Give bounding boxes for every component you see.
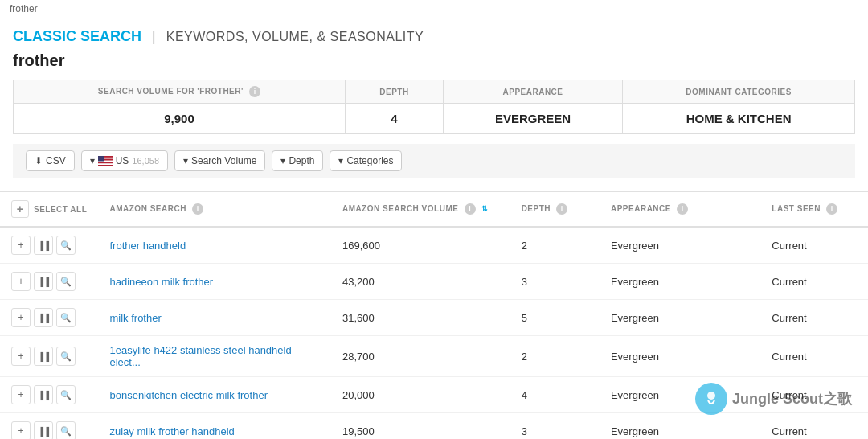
search-term: frother [13, 51, 855, 70]
page-title: CLASSIC SEARCH | KEYWORDS, VOLUME, & SEA… [13, 28, 855, 45]
col-header-search-volume[interactable]: AMAZON SEARCH VOLUME i ⇅ [331, 192, 510, 227]
row-volume-4: 20,000 [331, 377, 510, 413]
add-button-2[interactable]: + [11, 308, 31, 327]
stats-depth-header: DEPTH [346, 80, 444, 104]
row-actions-4: + ▐▐ 🔍 [0, 377, 98, 413]
us-count: 16,058 [132, 156, 159, 166]
categories-button[interactable]: ▾ Categories [330, 150, 402, 171]
stats-appearance-value: EVERGREEN [443, 104, 622, 134]
chart-button-4[interactable]: ▐▐ [34, 385, 53, 404]
appearance-info-icon[interactable]: i [677, 203, 688, 215]
depth-info-icon[interactable]: i [556, 203, 567, 215]
row-depth-5: 3 [510, 413, 600, 440]
row-volume-3: 28,700 [331, 336, 510, 377]
search-volume-info-icon[interactable]: i [465, 203, 476, 215]
svg-rect-5 [98, 163, 113, 165]
add-button-5[interactable]: + [11, 421, 31, 439]
row-actions-5: + ▐▐ 🔍 [0, 413, 98, 440]
stats-table: SEARCH VOLUME FOR 'FROTHER' i DEPTH APPE… [13, 80, 855, 134]
row-keyword-2[interactable]: milk frother [98, 300, 330, 336]
row-keyword-3[interactable]: 1easylife h422 stainless steel handheld … [98, 336, 330, 377]
row-lastseen-1: Current [760, 264, 868, 300]
col-header-last-seen: LAST SEEN i [760, 192, 868, 227]
stats-categories-value: HOME & KITCHEN [623, 104, 855, 134]
row-depth-3: 2 [510, 336, 600, 377]
chevron-down-icon-4: ▾ [338, 155, 343, 166]
search-volume-button[interactable]: ▾ Search Volume [174, 150, 265, 171]
us-label: US [116, 155, 129, 166]
table-row: + ▐▐ 🔍 milk frother 31,600 5 Evergreen C… [0, 300, 868, 336]
stats-volume-header: SEARCH VOLUME FOR 'FROTHER' i [14, 80, 346, 104]
stats-depth-value: 4 [346, 104, 444, 134]
row-lastseen-0: Current [760, 227, 868, 264]
add-button-1[interactable]: + [11, 272, 31, 291]
col-header-appearance: APPEARANCE i [600, 192, 760, 227]
plus-icon-header: + [11, 200, 29, 218]
table-row: + ▐▐ 🔍 hadineeon milk frother 43,200 3 E… [0, 264, 868, 300]
svg-rect-6 [98, 165, 113, 166]
col-header-depth: DEPTH i [510, 192, 600, 227]
row-depth-4: 4 [510, 377, 600, 413]
table-row: + ▐▐ 🔍 frother handheld 169,600 2 Evergr… [0, 227, 868, 264]
row-keyword-1[interactable]: hadineeon milk frother [98, 264, 330, 300]
row-keyword-5[interactable]: zulay milk frother handheld [98, 413, 330, 440]
row-actions-1: + ▐▐ 🔍 [0, 264, 98, 300]
select-all-label[interactable]: SELECT ALL [34, 205, 87, 214]
csv-button[interactable]: ⬇ CSV [26, 150, 75, 171]
add-button-3[interactable]: + [11, 347, 31, 366]
stats-categories-header: DOMINANT CATEGORIES [623, 80, 855, 104]
row-appearance-0: Evergreen [600, 227, 760, 264]
title-separator: | [152, 28, 156, 44]
row-actions-0: + ▐▐ 🔍 [0, 227, 98, 264]
row-volume-5: 19,500 [331, 413, 510, 440]
add-button-4[interactable]: + [11, 385, 31, 404]
us-filter-button[interactable]: ▾ US 16,058 [81, 150, 168, 171]
chart-button-2[interactable]: ▐▐ [34, 308, 53, 327]
row-volume-1: 43,200 [331, 264, 510, 300]
search-button-4[interactable]: 🔍 [56, 385, 76, 404]
svg-rect-4 [98, 162, 113, 163]
search-button-1[interactable]: 🔍 [56, 272, 76, 291]
us-flag-icon [98, 156, 113, 166]
page-subtitle: KEYWORDS, VOLUME, & SEASONALITY [166, 30, 424, 43]
table-container: + SELECT ALL AMAZON SEARCH i AMAZON SEAR… [0, 192, 868, 439]
add-button-0[interactable]: + [11, 236, 31, 255]
amazon-search-info-icon[interactable]: i [192, 203, 203, 215]
row-depth-1: 3 [510, 264, 600, 300]
row-actions-2: + ▐▐ 🔍 [0, 300, 98, 336]
row-actions-3: + ▐▐ 🔍 [0, 336, 98, 377]
chart-button-5[interactable]: ▐▐ [34, 421, 53, 439]
chart-button-0[interactable]: ▐▐ [34, 236, 53, 255]
row-appearance-1: Evergreen [600, 264, 760, 300]
last-seen-info-icon[interactable]: i [826, 203, 837, 215]
row-lastseen-4: Current [760, 377, 868, 413]
chart-button-3[interactable]: ▐▐ [34, 347, 53, 366]
search-button-2[interactable]: 🔍 [56, 308, 76, 327]
sort-icon-volume: ⇅ [481, 205, 489, 213]
row-appearance-2: Evergreen [600, 300, 760, 336]
row-keyword-0[interactable]: frother handheld [98, 227, 330, 264]
row-volume-2: 31,600 [331, 300, 510, 336]
chevron-down-icon-3: ▾ [280, 155, 285, 166]
table-body: + ▐▐ 🔍 frother handheld 169,600 2 Evergr… [0, 227, 868, 439]
search-button-3[interactable]: 🔍 [56, 347, 76, 366]
row-volume-0: 169,600 [331, 227, 510, 264]
row-appearance-4: Evergreen [600, 377, 760, 413]
data-table: + SELECT ALL AMAZON SEARCH i AMAZON SEAR… [0, 192, 868, 439]
table-row: + ▐▐ 🔍 1easylife h422 stainless steel ha… [0, 336, 868, 377]
row-depth-0: 2 [510, 227, 600, 264]
classic-search-label: CLASSIC SEARCH [13, 28, 141, 44]
chevron-down-icon: ▾ [90, 155, 95, 166]
header-section: CLASSIC SEARCH | KEYWORDS, VOLUME, & SEA… [0, 18, 868, 192]
depth-button[interactable]: ▾ Depth [272, 150, 323, 171]
chart-button-1[interactable]: ▐▐ [34, 272, 53, 291]
row-lastseen-3: Current [760, 336, 868, 377]
row-depth-2: 5 [510, 300, 600, 336]
row-lastseen-5: Current [760, 413, 868, 440]
table-row: + ▐▐ 🔍 bonsenkitchen electric milk froth… [0, 377, 868, 413]
search-button-5[interactable]: 🔍 [56, 421, 76, 439]
chevron-down-icon-2: ▾ [183, 155, 188, 166]
row-keyword-4[interactable]: bonsenkitchen electric milk frother [98, 377, 330, 413]
volume-info-icon[interactable]: i [249, 86, 260, 97]
search-button-0[interactable]: 🔍 [56, 236, 76, 255]
